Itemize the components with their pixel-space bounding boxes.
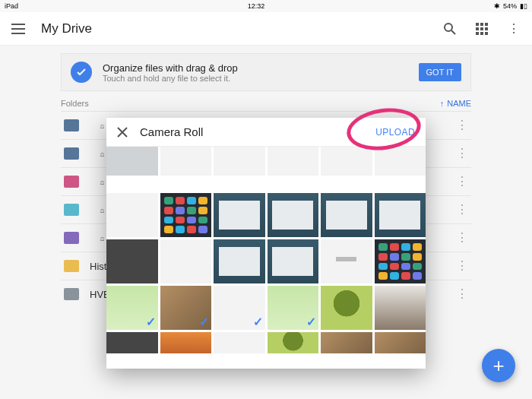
photo-thumb[interactable] [268,239,319,283]
battery-label: 54% [503,2,517,10]
photo-thumb[interactable] [321,286,372,330]
check-icon: ✓ [253,315,263,329]
svg-rect-7 [476,32,479,35]
svg-rect-5 [480,27,483,30]
photo-thumb[interactable] [106,147,158,176]
upload-button[interactable]: UPLOAD [375,127,415,138]
photo-thumb[interactable] [106,332,158,353]
photo-thumb[interactable] [214,147,265,176]
close-icon[interactable] [117,127,128,138]
photo-thumb[interactable] [268,193,319,237]
photo-thumb-selected[interactable]: ✓ [106,286,158,330]
sheet-title: Camera Roll [140,125,363,138]
content: Organize files with drag & drop Touch an… [0,46,532,399]
svg-rect-9 [485,32,488,35]
photo-thumb[interactable] [106,239,158,283]
page-title: My Drive [41,21,427,36]
check-icon: ✓ [146,315,156,329]
photo-thumb[interactable] [321,239,372,283]
check-icon: ✓ [306,315,316,329]
svg-rect-6 [485,27,488,30]
clock: 12:32 [248,2,265,10]
photo-thumb[interactable] [375,332,426,353]
photo-picker-sheet: Camera Roll UPLOAD ✓ ✓ ✓ ✓ [106,118,426,369]
photo-thumb[interactable] [321,193,372,237]
sheet-header: Camera Roll UPLOAD [106,118,426,147]
photo-thumb[interactable] [214,239,265,283]
photo-thumb[interactable] [375,286,426,330]
photo-thumb[interactable] [214,332,265,353]
photo-thumb[interactable] [160,239,212,283]
photo-thumb-selected[interactable]: ✓ [160,286,212,330]
svg-rect-8 [480,32,483,35]
svg-rect-1 [476,23,479,26]
photo-thumb-selected[interactable]: ✓ [268,286,319,330]
app-bar: My Drive ⋮ [0,12,532,46]
view-grid-icon[interactable] [473,20,491,38]
photo-thumb[interactable] [268,332,319,353]
photo-thumb[interactable] [375,193,426,237]
photo-thumb[interactable] [375,147,426,176]
photo-grid: ✓ ✓ ✓ ✓ [106,147,426,369]
check-icon: ✓ [199,315,209,329]
overflow-icon[interactable]: ⋮ [505,20,523,38]
photo-thumb[interactable] [375,239,426,283]
svg-rect-4 [476,27,479,30]
search-icon[interactable] [441,20,459,38]
bluetooth-icon: ✱ [494,2,500,10]
photo-thumb[interactable] [214,193,265,237]
photo-thumb[interactable] [160,332,212,353]
battery-icon: ▮▯ [520,2,527,10]
photo-thumb[interactable] [106,193,158,237]
photo-thumb[interactable] [321,332,372,353]
photo-thumb-selected[interactable]: ✓ [214,286,265,330]
menu-icon[interactable] [9,20,27,38]
device-label: iPad [5,2,18,10]
svg-rect-2 [480,23,483,26]
svg-point-0 [445,24,452,31]
status-bar: iPad 12:32 ✱ 54% ▮▯ [0,0,532,12]
photo-thumb[interactable] [160,147,212,176]
photo-thumb[interactable] [160,193,212,237]
photo-thumb[interactable] [268,147,319,176]
svg-rect-3 [485,23,488,26]
photo-thumb[interactable] [321,147,372,176]
